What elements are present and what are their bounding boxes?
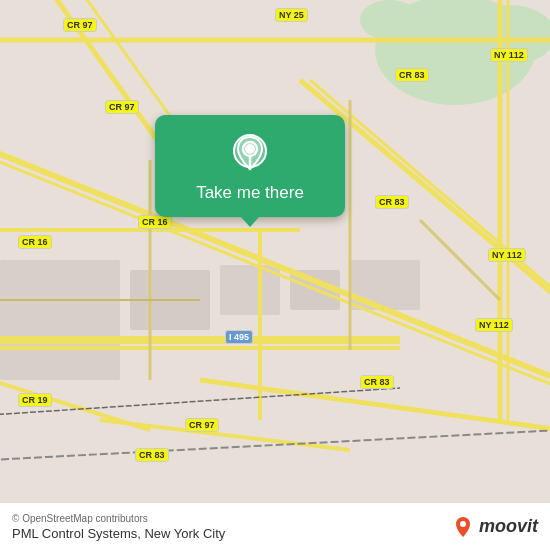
bottom-bar: © OpenStreetMap contributors PML Control…: [0, 502, 550, 550]
moovit-logo: moovit: [451, 515, 538, 539]
svg-point-3: [360, 0, 420, 40]
osm-credit: © OpenStreetMap contributors: [12, 513, 225, 524]
svg-rect-4: [0, 260, 120, 380]
route-badge-ny25: NY 25: [275, 8, 308, 22]
route-badge-cr19: CR 19: [18, 393, 52, 407]
bottom-left: © OpenStreetMap contributors PML Control…: [12, 513, 225, 541]
route-badge-cr97-top: CR 97: [63, 18, 97, 32]
location-pin-icon: [228, 131, 272, 175]
route-badge-ny112-top: NY 112: [490, 48, 528, 62]
route-badge-ny112-mid: NY 112: [488, 248, 526, 262]
route-badge-cr97-bot: CR 97: [185, 418, 219, 432]
route-badge-cr83-top: CR 83: [395, 68, 429, 82]
location-name: PML Control Systems, New York City: [12, 526, 225, 541]
map-popup[interactable]: Take me there: [155, 115, 345, 217]
svg-point-34: [245, 144, 255, 154]
route-badge-cr83-bot2: CR 83: [135, 448, 169, 462]
route-badge-cr97-mid: CR 97: [105, 100, 139, 114]
moovit-text: moovit: [479, 516, 538, 537]
moovit-pin-icon: [451, 515, 475, 539]
route-badge-cr83-bot1: CR 83: [360, 375, 394, 389]
route-badge-cr83-mid: CR 83: [375, 195, 409, 209]
popup-label: Take me there: [196, 183, 304, 203]
map-container: CR 97 NY 25 CR 83 NY 112 CR 97 CR 16 CR …: [0, 0, 550, 550]
svg-point-35: [460, 521, 466, 527]
route-badge-cr16-top: CR 16: [138, 215, 172, 229]
route-badge-ny112-bot: NY 112: [475, 318, 513, 332]
route-badge-cr16-left: CR 16: [18, 235, 52, 249]
route-badge-i495: I 495: [225, 330, 253, 344]
